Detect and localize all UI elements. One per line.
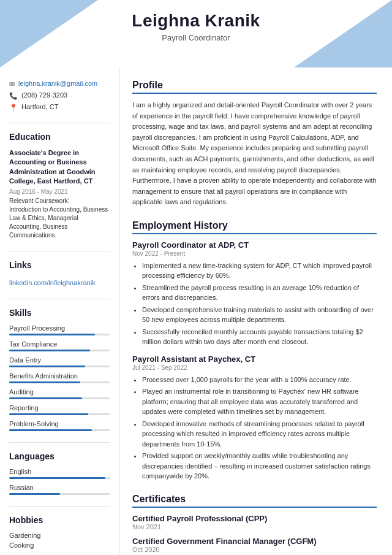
languages-container: English Russian [9, 468, 110, 495]
cert-item: Certified Government Financial Manager (… [132, 537, 377, 553]
job-bullet: Implemented a new time-tracking system f… [142, 261, 377, 281]
skill-bar-fill [9, 413, 88, 415]
job-bullet: Successfully reconciled monthly accounts… [142, 327, 377, 347]
skill-bar-bg [9, 413, 110, 415]
hobbies-section: Hobbies GardeningCooking [9, 515, 110, 549]
linkedin-item: linkedin.com/in/leighnakranik [9, 277, 110, 288]
skill-name: Reporting [9, 404, 110, 411]
divider-4 [9, 442, 110, 443]
languages-title: Languages [9, 451, 110, 463]
skill-item: Data Entry [9, 356, 110, 367]
job-bullets: Implemented a new time-tracking system f… [132, 261, 377, 347]
contact-section: ✉ leighna.kranik@gmail.com 📞 (208) 729-3… [9, 80, 110, 112]
skill-bar-fill [9, 334, 95, 335]
language-bar-bg [9, 493, 110, 495]
skill-item: Problem-Solving [9, 420, 110, 431]
phone-text: (208) 729-3203 [21, 91, 67, 99]
skills-title: Skills [9, 308, 110, 320]
skills-section: Skills Payroll Processing Tax Compliance… [9, 308, 110, 431]
job-dates: Nov 2022 - Present [132, 250, 377, 257]
sidebar: ✉ leighna.kranik@gmail.com 📞 (208) 729-3… [0, 67, 119, 555]
cert-name: Certified Government Financial Manager (… [132, 537, 377, 546]
cert-date: Oct 2020 [132, 546, 377, 553]
skills-container: Payroll Processing Tax Compliance Data E… [9, 324, 110, 431]
edu-dates: Aug 2016 - May 2021 [9, 188, 110, 195]
language-bar-fill [9, 493, 60, 495]
certificates-section-title: Certificates [132, 494, 377, 508]
job-bullet: Processed over 1,000 payrolls for the ye… [142, 375, 377, 385]
skill-bar-fill [9, 350, 90, 351]
linkedin-link[interactable]: linkedin.com/in/leighnakranik [9, 279, 96, 286]
divider-3 [9, 299, 110, 299]
employment-section: Employment History Payroll Coordinator a… [132, 220, 377, 481]
skill-bar-bg [9, 350, 110, 351]
job-bullet: Played an instrumental role in transitio… [142, 386, 377, 417]
skill-bar-fill [9, 366, 85, 367]
job-bullet: Developed comprehensive training materia… [142, 305, 377, 325]
job-dates: Jul 2021 - Sep 2022 [132, 364, 377, 371]
location-icon: 📍 [9, 104, 18, 112]
coursework-text: Introduction to Accounting, Business Law… [9, 205, 110, 240]
candidate-title: Payroll Coordinator [0, 33, 392, 42]
hobby-item: Gardening [9, 532, 110, 539]
education-title: Education [9, 132, 110, 144]
candidate-name: Leighna Kranik [0, 11, 392, 31]
hobbies-title: Hobbies [9, 515, 110, 527]
skill-bar-fill [9, 429, 92, 431]
skill-item: Payroll Processing [9, 324, 110, 335]
job-entry: Payroll Assistant at Paychex, CT Jul 202… [132, 354, 377, 481]
cert-item: Certified Payroll Professional (CPP) Nov… [132, 514, 377, 530]
email-link[interactable]: leighna.kranik@gmail.com [18, 80, 97, 87]
job-title: Payroll Coordinator at ADP, CT [132, 240, 377, 250]
divider-1 [9, 123, 110, 123]
skill-name: Problem-Solving [9, 420, 110, 427]
job-bullets: Processed over 1,000 payrolls for the ye… [132, 375, 377, 481]
divider-2 [9, 251, 110, 251]
profile-text: I am a highly organized and detail-orien… [132, 100, 377, 208]
hobbies-container: GardeningCooking [9, 532, 110, 549]
skill-item: Benefits Administration [9, 372, 110, 383]
main-content: Profile I am a highly organized and deta… [119, 67, 392, 555]
links-section: Links linkedin.com/in/leighnakranik [9, 260, 110, 288]
skill-bar-bg [9, 381, 110, 383]
edu-degree: Associate's Degree in Accounting or Busi… [9, 148, 110, 186]
language-name: Russian [9, 484, 110, 491]
job-bullet: Developed innovative methods of streamli… [142, 419, 377, 450]
skill-name: Data Entry [9, 356, 110, 364]
profile-section: Profile I am a highly organized and deta… [132, 80, 377, 208]
phone-item: 📞 (208) 729-3203 [9, 91, 110, 100]
skill-bar-bg [9, 334, 110, 335]
language-bar-fill [9, 477, 105, 479]
divider-5 [9, 506, 110, 507]
certs-container: Certified Payroll Professional (CPP) Nov… [132, 514, 377, 553]
location-item: 📍 Hartford, CT [9, 103, 110, 112]
main-layout: ✉ leighna.kranik@gmail.com 📞 (208) 729-3… [0, 67, 392, 555]
email-icon: ✉ [9, 80, 15, 88]
job-bullet: Streamlined the payroll process resultin… [142, 283, 377, 303]
job-entry: Payroll Coordinator at ADP, CT Nov 2022 … [132, 240, 377, 347]
skill-item: Auditing [9, 388, 110, 399]
language-item: Russian [9, 484, 110, 495]
cert-name: Certified Payroll Professional (CPP) [132, 514, 377, 523]
skill-bar-bg [9, 429, 110, 431]
skill-item: Reporting [9, 404, 110, 415]
header-bg: Leighna Kranik Payroll Coordinator [0, 0, 392, 67]
links-title: Links [9, 260, 110, 272]
skill-bar-fill [9, 381, 80, 383]
skill-name: Benefits Administration [9, 372, 110, 380]
skill-bar-bg [9, 397, 110, 399]
profile-section-title: Profile [132, 80, 377, 94]
job-bullet: Provided support on weekly/monthly audit… [142, 451, 377, 481]
skill-name: Payroll Processing [9, 324, 110, 332]
skill-bar-bg [9, 366, 110, 367]
email-item: ✉ leighna.kranik@gmail.com [9, 80, 110, 88]
skill-item: Tax Compliance [9, 340, 110, 351]
certificates-section: Certificates Certified Payroll Professio… [132, 494, 377, 553]
phone-icon: 📞 [9, 92, 18, 100]
skill-name: Auditing [9, 388, 110, 396]
language-bar-bg [9, 477, 110, 479]
hobby-item: Cooking [9, 542, 110, 549]
employment-section-title: Employment History [132, 220, 377, 234]
cert-date: Nov 2021 [132, 523, 377, 530]
header-content: Leighna Kranik Payroll Coordinator [0, 11, 392, 42]
